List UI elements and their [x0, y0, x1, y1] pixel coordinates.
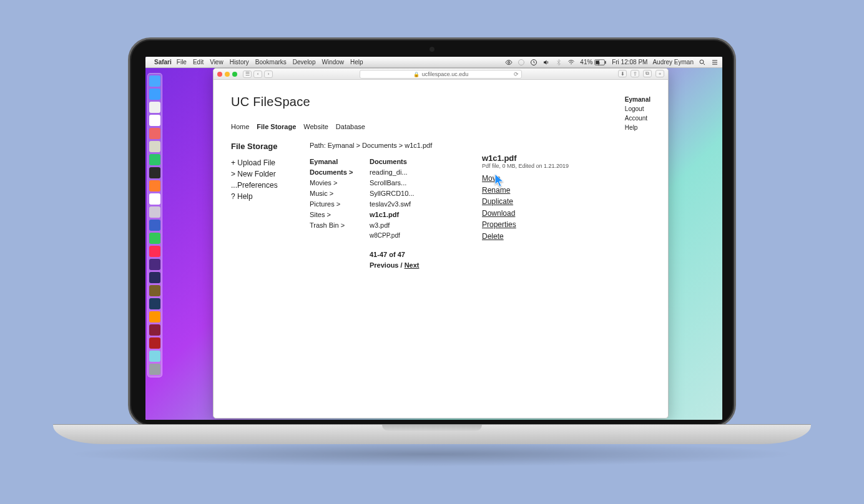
- dock-app-icon[interactable]: [149, 246, 160, 257]
- dock-app-icon[interactable]: [149, 337, 160, 349]
- folder-item[interactable]: Sites >: [310, 210, 356, 220]
- help-action[interactable]: ? Help: [231, 191, 293, 202]
- safari-window: ☰ ‹ › 🔒 ucfilespace.uc.edu ⟳ ⬇ ⇪ ⧉ +: [213, 68, 669, 419]
- new-tab-button[interactable]: +: [655, 70, 664, 77]
- dock-app-icon[interactable]: [149, 128, 160, 139]
- nav-website[interactable]: Website: [303, 123, 328, 130]
- action-download[interactable]: Download: [482, 208, 569, 220]
- folder-item[interactable]: Movies >: [310, 178, 356, 188]
- dock-app-icon[interactable]: [149, 285, 160, 296]
- menubar-app-name[interactable]: Safari: [154, 59, 172, 65]
- action-properties[interactable]: Properties: [482, 219, 569, 231]
- nav-home[interactable]: Home: [231, 123, 249, 130]
- menubar-item[interactable]: Window: [322, 59, 345, 65]
- nav-back-button[interactable]: ‹: [253, 70, 262, 78]
- file-item[interactable]: SyllGRCD10...: [370, 188, 438, 199]
- wifi-icon[interactable]: [567, 59, 575, 66]
- menubar-clock[interactable]: Fri 12:08 PM: [612, 59, 647, 65]
- eye-icon[interactable]: [505, 59, 513, 66]
- tabs-button[interactable]: ⧉: [643, 70, 652, 77]
- folder-item[interactable]: Documents >: [310, 167, 356, 178]
- dock-app-icon[interactable]: [149, 193, 160, 205]
- nav-database[interactable]: Database: [336, 123, 365, 130]
- file-details-panel: w1c1.pdf Pdf file, 0 MB, Edited on 1.21.…: [482, 153, 569, 243]
- page-content: UC FileSpace Eymanal Logout Account Help…: [214, 80, 668, 418]
- address-bar[interactable]: 🔒 ucfilespace.uc.edu ⟳: [360, 70, 522, 79]
- preferences-action[interactable]: ...Preferences: [231, 180, 293, 191]
- window-close-button[interactable]: [217, 72, 222, 77]
- dock-app-icon[interactable]: [149, 180, 160, 191]
- file-item[interactable]: ScrollBars...: [370, 178, 438, 188]
- airdrop-icon[interactable]: [518, 59, 525, 66]
- battery-status[interactable]: 41%: [580, 59, 607, 65]
- screen: Safari File Edit View History Bookmarks …: [145, 57, 722, 420]
- dock-app-icon[interactable]: [149, 364, 160, 375]
- usernav-help[interactable]: Help: [625, 123, 650, 132]
- menubar-item[interactable]: Help: [350, 59, 363, 65]
- dock-app-icon[interactable]: [149, 141, 160, 152]
- dock-app-icon[interactable]: [149, 167, 160, 178]
- bluetooth-icon[interactable]: [555, 59, 562, 66]
- file-item[interactable]: w3.pdf: [370, 220, 438, 231]
- dock-app-icon[interactable]: [149, 311, 160, 322]
- dock-app-icon[interactable]: [149, 259, 160, 270]
- dock: [147, 73, 162, 377]
- dock-app-icon[interactable]: [149, 220, 160, 231]
- lock-icon: 🔒: [413, 72, 420, 77]
- action-rename[interactable]: Rename: [482, 185, 569, 196]
- timemachine-icon[interactable]: [530, 59, 538, 66]
- action-move[interactable]: Move: [482, 173, 569, 185]
- menubar-item[interactable]: History: [230, 59, 249, 65]
- dock-app-icon[interactable]: [149, 115, 160, 126]
- dock-app-icon[interactable]: [149, 324, 160, 336]
- menubar-item[interactable]: Edit: [193, 59, 204, 65]
- nav-forward-button[interactable]: ›: [264, 70, 273, 78]
- dock-app-icon[interactable]: [149, 89, 160, 100]
- dock-app-icon[interactable]: [149, 75, 160, 87]
- folder-column-title: Eymanal: [310, 157, 356, 167]
- sidebar-toggle-button[interactable]: ☰: [243, 70, 252, 78]
- menubar-item[interactable]: File: [177, 59, 187, 65]
- dock-app-icon[interactable]: [149, 233, 160, 244]
- dock-app-icon[interactable]: [149, 206, 160, 218]
- menu-icon[interactable]: [711, 59, 719, 66]
- folder-item[interactable]: Pictures >: [310, 199, 356, 210]
- user-nav: Eymanal Logout Account Help: [625, 95, 650, 132]
- reload-icon[interactable]: ⟳: [514, 71, 519, 77]
- dock-app-icon[interactable]: [149, 298, 160, 309]
- upload-file-action[interactable]: + Upload File: [231, 157, 293, 168]
- action-delete[interactable]: Delete: [482, 231, 569, 243]
- file-item[interactable]: teslav2v3.swf: [370, 199, 438, 210]
- new-folder-action[interactable]: > New Folder: [231, 168, 293, 180]
- pager-prev[interactable]: Previous: [370, 261, 398, 269]
- dock-app-icon[interactable]: [149, 102, 160, 113]
- main-nav: Home File Storage Website Database: [231, 123, 650, 130]
- svg-point-1: [519, 59, 524, 65]
- dock-app-icon[interactable]: [149, 351, 160, 362]
- action-duplicate[interactable]: Duplicate: [482, 196, 569, 208]
- dock-app-icon[interactable]: [149, 272, 160, 283]
- spotlight-icon[interactable]: [699, 59, 706, 66]
- file-item[interactable]: w1c1.pdf: [370, 210, 438, 220]
- breadcrumb: Path: Eymanal > Documents > w1c1.pdf: [310, 142, 650, 149]
- usernav-logout[interactable]: Logout: [625, 104, 650, 114]
- file-item[interactable]: reading_di...: [370, 167, 438, 178]
- share-button[interactable]: ⇪: [631, 70, 639, 77]
- pager-next[interactable]: Next: [405, 261, 420, 269]
- macos-menubar: Safari File Edit View History Bookmarks …: [145, 57, 722, 68]
- window-minimize-button[interactable]: [225, 72, 230, 77]
- menubar-item[interactable]: Bookmarks: [255, 59, 287, 65]
- file-item[interactable]: w8CPP.pdf: [370, 231, 438, 241]
- menubar-user[interactable]: Audrey Eyman: [652, 59, 694, 65]
- menubar-item[interactable]: View: [210, 59, 223, 65]
- usernav-account[interactable]: Account: [625, 114, 650, 123]
- folder-item[interactable]: Music >: [310, 188, 356, 199]
- downloads-button[interactable]: ⬇: [618, 70, 627, 77]
- details-filename: w1c1.pdf: [482, 153, 569, 163]
- dock-app-icon[interactable]: [149, 154, 160, 165]
- volume-icon[interactable]: [542, 59, 550, 66]
- window-zoom-button[interactable]: [232, 72, 237, 77]
- folder-item[interactable]: Trash Bin >: [310, 220, 356, 231]
- menubar-item[interactable]: Develop: [293, 59, 316, 65]
- nav-file-storage[interactable]: File Storage: [257, 123, 296, 130]
